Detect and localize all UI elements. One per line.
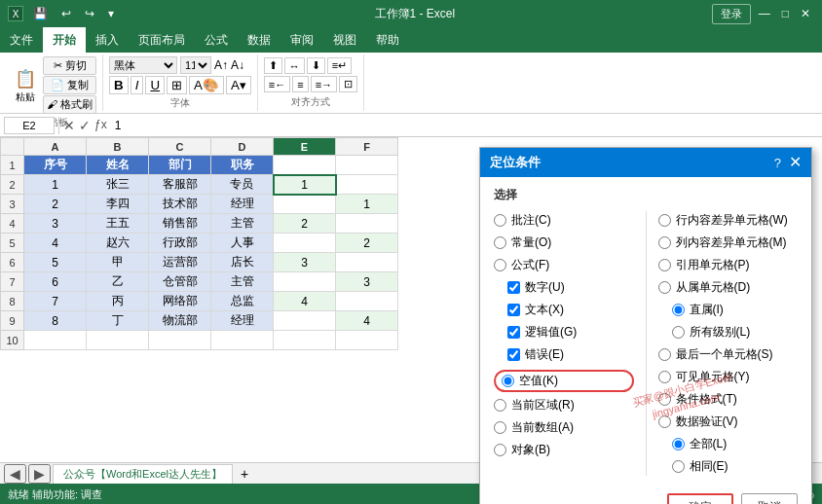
paste-button[interactable]: 📋 粘贴: [10, 65, 41, 106]
cell-E3[interactable]: [274, 195, 336, 214]
cell-A3[interactable]: 2: [24, 195, 87, 214]
checkbox-error[interactable]: 错误(E): [507, 345, 634, 364]
cell-A1[interactable]: 序号: [24, 156, 87, 175]
radio-curarray[interactable]: 当前数组(A): [494, 418, 634, 437]
cell-C6[interactable]: 运营部: [149, 253, 211, 272]
align-left-button[interactable]: ≡←: [264, 76, 290, 92]
radio-same-val[interactable]: 相同(E): [672, 457, 799, 476]
fill-color-button[interactable]: A🎨: [189, 76, 224, 94]
cell-F9[interactable]: 4: [336, 311, 398, 331]
close-button[interactable]: ✕: [797, 5, 814, 22]
cell-A8[interactable]: 7: [24, 292, 87, 311]
cell-reference-box[interactable]: [4, 117, 55, 134]
cell-D5[interactable]: 人事: [211, 234, 274, 253]
cancel-formula-icon[interactable]: ✕: [63, 118, 75, 133]
cell-B3[interactable]: 李四: [87, 195, 149, 214]
align-right-button[interactable]: ≡→: [311, 76, 337, 92]
cell-D8[interactable]: 总监: [211, 292, 274, 311]
decrease-font-button[interactable]: A↓: [231, 58, 244, 72]
radio-curregion-input[interactable]: [494, 399, 506, 412]
merge-center-button[interactable]: ⊡: [339, 76, 357, 92]
dialog-close-button[interactable]: ✕: [789, 155, 802, 170]
ok-button[interactable]: 确定: [667, 493, 733, 504]
checkbox-number[interactable]: 数字(U): [507, 278, 634, 297]
cell-F1[interactable]: [336, 156, 398, 175]
sheet-tab-main[interactable]: 公众号【Word和Excel达人先生】: [53, 464, 233, 484]
cell-F7[interactable]: 3: [336, 272, 398, 292]
cell-E1[interactable]: [274, 156, 336, 175]
cell-B10[interactable]: [87, 331, 149, 350]
cell-A5[interactable]: 4: [24, 234, 87, 253]
italic-button[interactable]: I: [131, 76, 144, 94]
tab-file[interactable]: 文件: [0, 27, 43, 53]
cell-F5[interactable]: 2: [336, 234, 398, 253]
minimize-button[interactable]: —: [755, 5, 774, 22]
login-button[interactable]: 登录: [712, 4, 751, 24]
checkbox-number-input[interactable]: [507, 281, 520, 294]
radio-alllevel[interactable]: 所有级别(L): [672, 323, 799, 342]
cell-E7[interactable]: [274, 272, 336, 292]
radio-dep[interactable]: 从属单元格(D): [658, 278, 799, 297]
tab-view[interactable]: 视图: [323, 27, 366, 53]
checkbox-logic[interactable]: 逻辑值(G): [507, 323, 634, 342]
cell-D9[interactable]: 经理: [211, 311, 274, 331]
radio-all-val[interactable]: 全部(L): [672, 435, 799, 453]
add-sheet-button[interactable]: +: [235, 466, 254, 482]
cell-A6[interactable]: 5: [24, 253, 87, 272]
cell-D6[interactable]: 店长: [211, 253, 274, 272]
checkbox-logic-input[interactable]: [507, 326, 520, 339]
cell-E9[interactable]: [274, 311, 336, 331]
cell-B5[interactable]: 赵六: [87, 234, 149, 253]
radio-object[interactable]: 对象(B): [494, 441, 634, 459]
cell-F3[interactable]: 1: [336, 195, 398, 214]
checkbox-text[interactable]: 文本(X): [507, 301, 634, 319]
cell-D4[interactable]: 主管: [211, 214, 274, 234]
cell-C3[interactable]: 技术部: [149, 195, 211, 214]
font-name-select[interactable]: 黑体: [109, 56, 177, 74]
wrap-text-button[interactable]: ≡↵: [327, 57, 352, 74]
align-bottom-button[interactable]: ⬇: [307, 57, 325, 74]
confirm-formula-icon[interactable]: ✓: [79, 118, 91, 133]
tab-home[interactable]: 开始: [43, 27, 86, 53]
radio-prec[interactable]: 引用单元格(P): [658, 256, 799, 274]
cell-C9[interactable]: 物流部: [149, 311, 211, 331]
radio-blank-input[interactable]: [502, 375, 514, 387]
radio-prec-input[interactable]: [658, 259, 671, 271]
align-top-button[interactable]: ⬆: [264, 57, 282, 74]
cell-B6[interactable]: 甲: [87, 253, 149, 272]
tab-pagelayout[interactable]: 页面布局: [129, 27, 195, 53]
font-size-select[interactable]: 11: [180, 56, 211, 74]
radio-const[interactable]: 常量(O): [494, 234, 634, 252]
cell-D10[interactable]: [211, 331, 274, 350]
cell-E10[interactable]: [274, 331, 336, 350]
col-header-F[interactable]: F: [336, 138, 398, 156]
cell-C2[interactable]: 客服部: [149, 175, 211, 195]
cancel-button[interactable]: 取消: [741, 493, 798, 504]
cell-B2[interactable]: 张三: [87, 175, 149, 195]
radio-formula[interactable]: 公式(F): [494, 256, 634, 274]
cell-B4[interactable]: 王五: [87, 214, 149, 234]
radio-alllevel-input[interactable]: [672, 326, 685, 339]
radio-formula-input[interactable]: [494, 259, 506, 271]
next-sheet-button[interactable]: ▶: [28, 464, 51, 484]
cell-E2[interactable]: 1: [274, 175, 336, 195]
customize-qat-button[interactable]: ▾: [104, 5, 118, 22]
radio-note[interactable]: 批注(C): [494, 211, 634, 230]
cell-F10[interactable]: [336, 331, 398, 350]
radio-rowdiff-input[interactable]: [658, 214, 671, 227]
checkbox-text-input[interactable]: [507, 304, 520, 316]
redo-button[interactable]: ↪: [81, 5, 98, 22]
dialog-help-button[interactable]: ?: [774, 156, 781, 170]
radio-dep-input[interactable]: [658, 281, 671, 294]
tab-review[interactable]: 审阅: [280, 27, 323, 53]
tab-data[interactable]: 数据: [238, 27, 280, 53]
col-header-E[interactable]: E: [274, 138, 336, 156]
cell-E6[interactable]: 3: [274, 253, 336, 272]
cell-E5[interactable]: [274, 234, 336, 253]
cell-B9[interactable]: 丁: [87, 311, 149, 331]
underline-button[interactable]: U: [145, 76, 165, 94]
prev-sheet-button[interactable]: ◀: [4, 464, 26, 484]
radio-coldiff-input[interactable]: [658, 236, 671, 249]
checkbox-error-input[interactable]: [507, 348, 520, 361]
cell-C1[interactable]: 部门: [149, 156, 211, 175]
